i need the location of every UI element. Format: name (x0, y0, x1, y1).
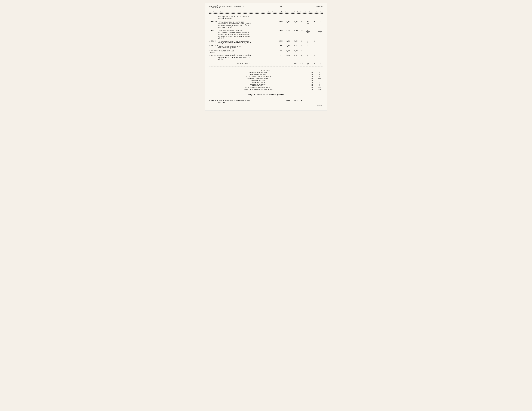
row-c8: - - (304, 50, 312, 53)
row-unit: ЯТ (277, 45, 284, 47)
row-price: 1,88 (284, 45, 292, 47)
row-total: 13,70 (292, 100, 299, 101)
sum-val: 1 (316, 74, 323, 75)
row-total: 3,40 (292, 55, 299, 56)
sum-val: 113 (316, 78, 323, 80)
row-price: 1,82 (284, 50, 292, 52)
sum-line: НАКЛАДНЫЕ НУЧп - РУБ 29 (209, 82, 323, 83)
sum-rub: РУБ (308, 85, 316, 87)
row-code: 23.С136-248 (209, 100, 218, 101)
row-c7: 10 (299, 30, 304, 31)
sum-rub: РУБ (308, 76, 316, 77)
row-c7: 3 (299, 55, 304, 56)
row-c10: 3 2 (317, 30, 323, 33)
col-header-2: 2 (214, 11, 220, 12)
sum-section: СТОИМОСТЬ ОБОРУДОВАНИЯ - РУБ 25 ТРАНСПОР… (209, 72, 323, 91)
row-code: 21.138480П12Г.84-347 (209, 50, 218, 53)
row-c7: 1 (299, 40, 304, 42)
row-code: 22.Ц8-331-4 (209, 55, 218, 56)
row-total: 8,83 (292, 45, 299, 47)
sum-val: 37 (316, 85, 323, 87)
row-c9: 1 (312, 40, 317, 42)
table-row: 19.Е21-73 -ПРОКЛАДКА СТАЛЬНЫХ ТРУБ С КРЕ… (209, 40, 323, 44)
row-unit: ЯТ (277, 100, 284, 101)
col-header-8: 8 (301, 11, 309, 12)
sum-line-label: НАКЛАДНЫЕ РАСХОДЫ - (209, 80, 308, 82)
sum-line: НАКЛАДНЫЕ РАСХОДЫ - РУБ 62 (209, 80, 323, 82)
sum-rub: РУБ (308, 82, 316, 83)
column-headers: 1 : 2 : 3 : 4 : 5 : 6 : 7 : 8 : 9 : 10 (209, 10, 323, 13)
header: ПРОГРАММНЫЙ КОМПЛЕКС АСС-ЭСУ | РЕДАКЦИЯ … (209, 6, 323, 9)
row-c8: - (304, 100, 312, 101)
row-c8: 34 19 (304, 21, 312, 24)
row-c8: 1 1 (304, 40, 312, 44)
row-desc: -ПУСКАТЕЛЬ ПМЛ-1218 (218, 50, 277, 52)
sum-val: 186 (316, 87, 323, 89)
total-unit: 1 (277, 63, 284, 64)
row-c9: 15 (312, 21, 317, 23)
row-c9: - (312, 100, 317, 101)
sum-line: СТОИМОСТЬ ОБОРУДОВАНИЯ - РУБ 25 (209, 72, 323, 74)
total-c7: 212 (299, 63, 304, 64)
row-total: 11,30 (292, 50, 299, 52)
sum-line-label: ПЛАНОВЫЕ НУЧп - (209, 85, 308, 87)
total-c8: ~156 89 (304, 63, 312, 66)
row-desc: -ЯЩИК С ПОНИЖАЮЩИМ ТРАНСФОРМАТОРОМ ТИПАЯ… (218, 100, 277, 103)
row-price: 8,53 (284, 30, 292, 31)
row-c10: 4 1 (317, 21, 323, 24)
total-rub: РУБ (292, 63, 299, 64)
col-header-6: 6 (286, 11, 294, 12)
row-c10: --.-- (317, 40, 323, 42)
sum-val: 156 (316, 89, 323, 90)
sum-line: ТРАНСПОРТНЫЕ РАСХОДЫ - РУБ 1 (209, 74, 323, 75)
col-header-1: 1 (209, 11, 213, 12)
row-c7: 1 (299, 45, 304, 47)
row-c9: 1 (312, 55, 317, 56)
row-desc: -ВВОДЫ ГИБКИЕ НАРУЖНЫМ ДИАМЕТРМЕТАЛЛОРУК… (218, 45, 277, 49)
row-c10: ---.---- (317, 100, 323, 103)
row-c7: 28 (299, 21, 304, 23)
row-price: 1,82 (284, 100, 292, 101)
table-row: 18.Е21-81 -ПРОКЛАДКА ВИНИЛПЛАСТОВЫХ ТРУБ… (209, 30, 323, 39)
sum-line: СТОИМОСТЬ МОНТАЖНЫХ РАБОТ - РУБ 113 (209, 78, 323, 80)
sum-rub: РУБ (308, 72, 316, 74)
sum-val: 29 (316, 82, 323, 83)
row-c10: ---.---- (317, 45, 323, 48)
data-table: 17.Е21-188 -ПРОКЛАДКА КАБЕЛЯ С ВИНИЛИТОВ… (209, 21, 323, 60)
sum-rub: РУБ (308, 89, 316, 90)
in-that-number-title: В ТОМ ЧИСЛЕ: (209, 69, 323, 71)
row-c8: 1 - (304, 45, 312, 48)
sum-rub: РУБ (308, 78, 316, 80)
sum-val: 26 (316, 76, 323, 77)
sum-line: ПЛАНОВЫЕ НУЧп - РУБ 37 (209, 85, 323, 87)
sum-line-label: ВСЕГО,СТОИМОСТЬ МОНТАЖНЫХ РАБОТ - (209, 87, 308, 89)
row-code: 20.Ц8-488-3 (209, 45, 218, 47)
page-number: 50 (246, 6, 316, 8)
row-total: 34,40 (292, 30, 299, 31)
sum-line: ВСЕГО,СТОИМОСТЬ ОБОРУДОВАНИЯ - РУБ 26 (209, 75, 323, 77)
sum-line-label: ПЛАНОВЫЕ НАКОПЛЕНИЯ - (209, 84, 308, 85)
sum-line-label: ТРАНСПОРТНЫЕ РАСХОДЫ - (209, 74, 308, 75)
sum-line-label: СТОИМОСТЬ МОНТАЖНЫХ РАБОТ - (209, 78, 308, 80)
total-c10: 16 3 (317, 63, 323, 66)
row-c8: 3 1 (304, 55, 312, 58)
sum-line: ПЛАНОВЫЕ НАКОПЛЕНИЯ - РУБ 12 (209, 83, 323, 85)
row-c10: ---.---- (317, 50, 323, 53)
col-header-3: 3 (221, 11, 268, 12)
total-c9: 73 (312, 63, 317, 64)
row-unit: 183М (277, 40, 284, 42)
sum-val: 25 (316, 72, 323, 74)
row-desc: -ПУСКАТЕЛЬ МАГНИТНЫЙ ОТДЕЛЬНО СТОЯЩИЙ НА… (218, 55, 277, 60)
row-desc: -ПРОКЛАДКА ВИНИЛПЛАСТОВЫХ ТРУБ,ПОСТАВЛЯЕ… (218, 30, 277, 39)
program-label: ПРОГРАММНЫЙ КОМПЛЕКС АСС-ЭСУ | РЕДАКЦИЯ … (209, 6, 246, 9)
sum-line: ВСЕГО,СТОИМОСТЬ МОНТАЖНЫХ РАБОТ - РУБ 18… (209, 87, 323, 89)
table-row: 17.Е21-188 -ПРОКЛАДКА КАБЕЛЯ С ВИНИЛИТОВ… (209, 21, 323, 29)
pre-section-text: МНОГОКУЛЬНЫЕ В ОБЪЕМ ОТЛЕТКЕ ЗУЧМАРНЫХ С… (209, 16, 323, 20)
sum-line-label: НОРМАТ.УВ.УСЛОВНО-ЧИСТАЯ ПРОДУКЦИЯ - (209, 89, 308, 90)
row-c8: 27 16 (304, 30, 312, 33)
row-c9: - (312, 45, 317, 47)
row-code: 18.Е21-81 (209, 30, 218, 31)
row-c7: 14 (299, 100, 304, 101)
row-total: 39,80 (292, 21, 299, 23)
row-price: 8,32 (284, 40, 292, 42)
